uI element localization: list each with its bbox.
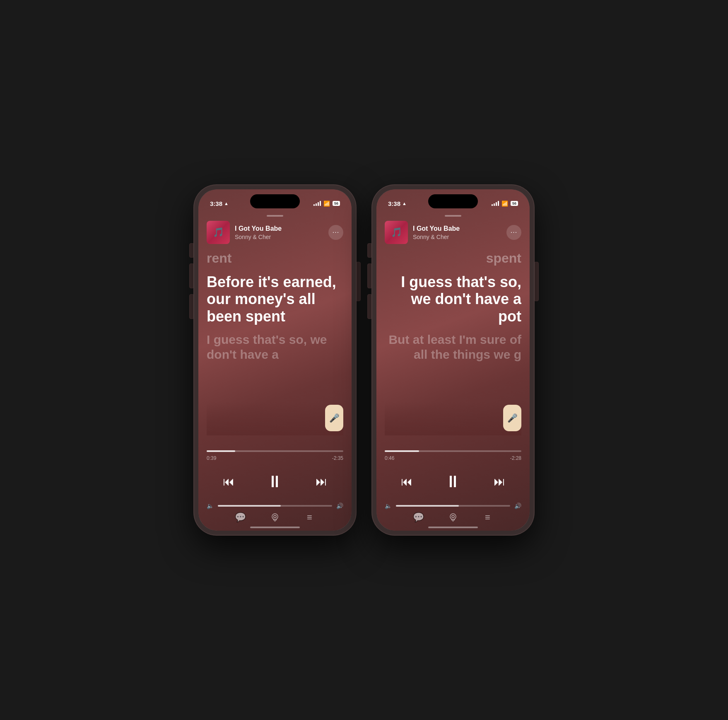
- rewind-icon-1: ⏮: [223, 475, 234, 488]
- scroll-handle-1: [267, 215, 283, 217]
- mic-icon-1: 🎤: [329, 413, 340, 423]
- volume-up-button[interactable]: [189, 263, 193, 288]
- vol-high-icon-2: 🔊: [514, 503, 521, 509]
- vol-high-icon-1: 🔊: [336, 503, 343, 509]
- location-icon-1: ▲: [224, 201, 229, 206]
- karaoke-button-2[interactable]: 🎤: [503, 405, 521, 431]
- song-info-2: I Got You Babe Sonny & Cher: [413, 225, 501, 240]
- status-right-1: 📶 56: [313, 201, 340, 207]
- airplay-nav-icon-2[interactable]: [446, 510, 460, 525]
- vol-fill-2: [396, 505, 459, 507]
- progress-fill-2: [385, 450, 419, 452]
- playback-controls-2: ⏮ ⏸ ⏭: [385, 472, 521, 491]
- signal-bar-2: [316, 203, 317, 206]
- power-button-2[interactable]: [535, 262, 539, 301]
- lyrics-gradient-2: [385, 402, 521, 435]
- signal-bars-1: [313, 201, 321, 206]
- home-indicator-2: [428, 527, 478, 528]
- lyrics-prev-2: spent: [385, 251, 521, 266]
- right-side-buttons: [357, 262, 361, 301]
- lyrics-next-2: But at least I'm sure of all the things …: [385, 332, 521, 362]
- vol-bar-1[interactable]: [218, 505, 332, 507]
- progress-fill-1: [207, 450, 235, 452]
- lyrics-next-1: I guess that's so, we don't have a: [207, 332, 343, 362]
- lyrics-area-2[interactable]: spent I guess that's so, we don't have a…: [385, 251, 521, 435]
- song-artist-2: Sonny & Cher: [413, 234, 501, 240]
- ff-icon-2: ⏭: [494, 475, 505, 488]
- ff-button-1[interactable]: ⏭: [316, 475, 327, 488]
- vol-bar-2[interactable]: [396, 505, 510, 507]
- album-art-image-2: 🎵: [385, 221, 408, 244]
- song-title-1: I Got You Babe: [235, 225, 323, 232]
- status-time-1: 3:38 ▲: [210, 200, 229, 207]
- album-art-image-1: 🎵: [207, 221, 230, 244]
- dynamic-island-2: [428, 194, 478, 208]
- signal-bar-2-4: [498, 201, 499, 206]
- left-side-buttons: [189, 243, 193, 319]
- progress-current-2: 0:46: [385, 455, 394, 461]
- phone-frame-2: 3:38 ▲ 📶 56: [372, 185, 534, 535]
- silent-switch: [189, 243, 193, 258]
- phone-1: 3:38 ▲ 📶 56: [194, 185, 356, 535]
- lyrics-prev-1: rent: [207, 251, 343, 266]
- album-art-2: 🎵: [385, 221, 408, 244]
- svg-point-0: [272, 514, 278, 519]
- progress-bar-2[interactable]: [385, 450, 521, 452]
- pause-icon-1: ⏸: [267, 472, 283, 491]
- lyrics-gradient-1: [207, 402, 343, 435]
- rewind-button-2[interactable]: ⏮: [401, 475, 412, 488]
- progress-bar-1[interactable]: [207, 450, 343, 452]
- wifi-icon-1: 📶: [323, 201, 330, 207]
- progress-remaining-1: -2:35: [332, 455, 343, 461]
- bottom-nav-1: 💬 ≡: [198, 510, 352, 525]
- phone-frame-1: 3:38 ▲ 📶 56: [194, 185, 356, 535]
- lyrics-area-1[interactable]: rent Before it's earned, our money's all…: [207, 251, 343, 435]
- svg-point-2: [450, 514, 456, 519]
- svg-point-3: [452, 515, 454, 518]
- signal-bar-2-1: [492, 204, 493, 206]
- queue-nav-icon-1[interactable]: ≡: [302, 510, 317, 525]
- home-indicator-1: [250, 527, 300, 528]
- airplay-nav-icon-1[interactable]: [268, 510, 282, 525]
- status-right-2: 📶 56: [492, 201, 518, 207]
- bottom-nav-2: 💬 ≡: [376, 510, 530, 525]
- volume-down-button-2[interactable]: [367, 294, 371, 319]
- song-artist-1: Sonny & Cher: [235, 234, 323, 240]
- battery-badge-1: 56: [333, 201, 340, 206]
- rewind-icon-2: ⏮: [401, 475, 412, 488]
- karaoke-button-1[interactable]: 🎤: [325, 405, 343, 431]
- now-playing-header-1: 🎵 I Got You Babe Sonny & Cher ···: [207, 221, 343, 244]
- more-button-2[interactable]: ···: [506, 225, 521, 240]
- dynamic-island-1: [250, 194, 300, 208]
- silent-switch-2: [367, 243, 371, 258]
- rewind-button-1[interactable]: ⏮: [223, 475, 234, 488]
- progress-section-2: 0:46 -2:28: [385, 450, 521, 461]
- ff-icon-1: ⏭: [316, 475, 327, 488]
- queue-nav-icon-2[interactable]: ≡: [480, 510, 495, 525]
- lyrics-nav-icon-2[interactable]: 💬: [411, 510, 426, 525]
- volume-section-2: 🔈 🔊: [385, 503, 521, 509]
- scroll-handle-2: [445, 215, 461, 217]
- ff-button-2[interactable]: ⏭: [494, 475, 505, 488]
- progress-section-1: 0:39 -2:35: [207, 450, 343, 461]
- power-button[interactable]: [357, 262, 361, 301]
- vol-low-icon-2: 🔈: [385, 503, 392, 509]
- album-art-1: 🎵: [207, 221, 230, 244]
- playback-controls-1: ⏮ ⏸ ⏭: [207, 472, 343, 491]
- more-button-1[interactable]: ···: [328, 225, 343, 240]
- now-playing-header-2: 🎵 I Got You Babe Sonny & Cher ···: [385, 221, 521, 244]
- battery-badge-2: 56: [511, 201, 518, 206]
- progress-current-1: 0:39: [207, 455, 216, 461]
- location-icon-2: ▲: [402, 201, 407, 206]
- pause-icon-2: ⏸: [445, 472, 461, 491]
- volume-down-button[interactable]: [189, 294, 193, 319]
- vol-fill-1: [218, 505, 281, 507]
- signal-bar-2-2: [494, 203, 495, 206]
- phone-screen-1: 3:38 ▲ 📶 56: [198, 189, 352, 531]
- phone-2: 3:38 ▲ 📶 56: [372, 185, 534, 535]
- pause-button-2[interactable]: ⏸: [445, 472, 461, 491]
- lyrics-nav-icon-1[interactable]: 💬: [233, 510, 248, 525]
- pause-button-1[interactable]: ⏸: [267, 472, 283, 491]
- volume-section-1: 🔈 🔊: [207, 503, 343, 509]
- volume-up-button-2[interactable]: [367, 263, 371, 288]
